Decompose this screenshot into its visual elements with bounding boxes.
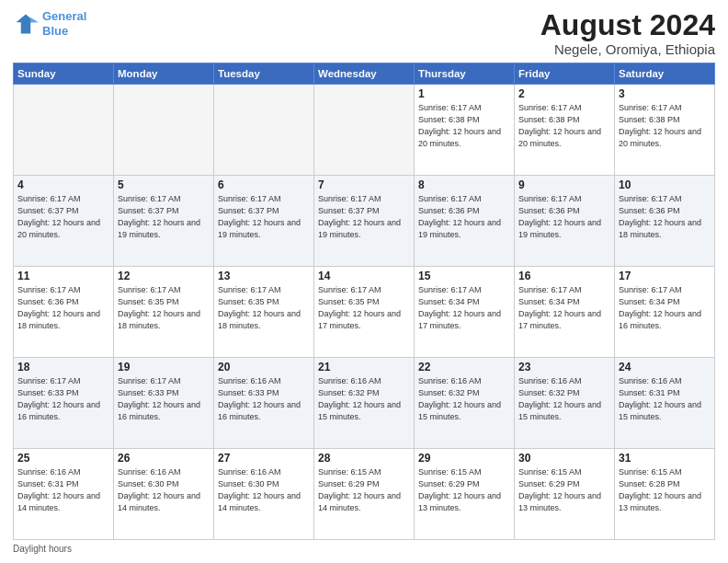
day-info: Sunrise: 6:17 AM Sunset: 6:38 PM Dayligh… [518, 102, 610, 150]
day-number: 22 [418, 361, 510, 373]
day-number: 14 [318, 270, 410, 282]
calendar-header-cell: Tuesday [214, 63, 314, 85]
calendar-cell: 28Sunrise: 6:15 AM Sunset: 6:29 PM Dayli… [314, 449, 415, 540]
day-number: 8 [418, 178, 510, 191]
day-info: Sunrise: 6:17 AM Sunset: 6:37 PM Dayligh… [318, 193, 410, 241]
calendar-row: 25Sunrise: 6:16 AM Sunset: 6:31 PM Dayli… [14, 449, 715, 540]
day-info: Sunrise: 6:16 AM Sunset: 6:32 PM Dayligh… [318, 375, 410, 423]
calendar-cell: 15Sunrise: 6:17 AM Sunset: 6:34 PM Dayli… [415, 267, 515, 358]
day-info: Sunrise: 6:15 AM Sunset: 6:29 PM Dayligh… [318, 466, 410, 514]
day-number: 6 [218, 178, 310, 191]
calendar-header-cell: Saturday [615, 63, 715, 85]
day-number: 4 [17, 178, 109, 191]
day-number: 18 [17, 361, 109, 373]
day-info: Sunrise: 6:17 AM Sunset: 6:37 PM Dayligh… [17, 193, 109, 241]
calendar-cell: 26Sunrise: 6:16 AM Sunset: 6:30 PM Dayli… [114, 449, 214, 540]
calendar-cell: 19Sunrise: 6:17 AM Sunset: 6:33 PM Dayli… [114, 358, 214, 449]
day-info: Sunrise: 6:17 AM Sunset: 6:37 PM Dayligh… [218, 193, 310, 241]
calendar-cell: 6Sunrise: 6:17 AM Sunset: 6:37 PM Daylig… [214, 176, 314, 267]
day-number: 13 [218, 270, 310, 282]
day-info: Sunrise: 6:17 AM Sunset: 6:38 PM Dayligh… [619, 102, 711, 150]
svg-marker-1 [30, 17, 39, 22]
day-info: Sunrise: 6:17 AM Sunset: 6:36 PM Dayligh… [518, 193, 610, 241]
day-number: 12 [118, 270, 210, 282]
day-number: 10 [619, 178, 711, 191]
top-section: General Blue August 2024 Negele, Oromiya… [13, 9, 715, 57]
calendar-cell [214, 85, 314, 176]
main-title: August 2024 [540, 9, 715, 41]
day-info: Sunrise: 6:16 AM Sunset: 6:32 PM Dayligh… [518, 375, 610, 423]
day-number: 24 [619, 361, 711, 373]
calendar-body: 1Sunrise: 6:17 AM Sunset: 6:38 PM Daylig… [14, 85, 715, 540]
calendar-cell: 25Sunrise: 6:16 AM Sunset: 6:31 PM Dayli… [14, 449, 114, 540]
calendar: SundayMondayTuesdayWednesdayThursdayFrid… [13, 63, 715, 540]
day-info: Sunrise: 6:16 AM Sunset: 6:32 PM Dayligh… [418, 375, 510, 423]
calendar-header-cell: Sunday [14, 63, 114, 85]
day-number: 16 [518, 270, 610, 282]
day-info: Sunrise: 6:17 AM Sunset: 6:36 PM Dayligh… [619, 193, 711, 241]
day-number: 31 [619, 452, 711, 465]
calendar-cell: 18Sunrise: 6:17 AM Sunset: 6:33 PM Dayli… [14, 358, 114, 449]
logo-line2: Blue [42, 24, 68, 38]
calendar-cell: 27Sunrise: 6:16 AM Sunset: 6:30 PM Dayli… [214, 449, 314, 540]
calendar-cell: 22Sunrise: 6:16 AM Sunset: 6:32 PM Dayli… [415, 358, 515, 449]
svg-marker-0 [17, 14, 36, 33]
calendar-cell: 31Sunrise: 6:15 AM Sunset: 6:28 PM Dayli… [615, 449, 715, 540]
calendar-cell: 8Sunrise: 6:17 AM Sunset: 6:36 PM Daylig… [415, 176, 515, 267]
calendar-cell: 1Sunrise: 6:17 AM Sunset: 6:38 PM Daylig… [415, 85, 515, 176]
day-info: Sunrise: 6:17 AM Sunset: 6:35 PM Dayligh… [318, 284, 410, 332]
calendar-header-cell: Wednesday [314, 63, 415, 85]
day-info: Sunrise: 6:17 AM Sunset: 6:33 PM Dayligh… [118, 375, 210, 423]
calendar-cell [314, 85, 415, 176]
calendar-header-cell: Thursday [415, 63, 515, 85]
calendar-row: 1Sunrise: 6:17 AM Sunset: 6:38 PM Daylig… [14, 85, 715, 176]
day-number: 23 [518, 361, 610, 373]
calendar-row: 4Sunrise: 6:17 AM Sunset: 6:37 PM Daylig… [14, 176, 715, 267]
day-info: Sunrise: 6:16 AM Sunset: 6:33 PM Dayligh… [218, 375, 310, 423]
day-number: 30 [518, 452, 610, 465]
day-number: 20 [218, 361, 310, 373]
calendar-cell: 12Sunrise: 6:17 AM Sunset: 6:35 PM Dayli… [114, 267, 214, 358]
day-info: Sunrise: 6:17 AM Sunset: 6:38 PM Dayligh… [418, 102, 510, 150]
calendar-cell: 20Sunrise: 6:16 AM Sunset: 6:33 PM Dayli… [214, 358, 314, 449]
day-info: Sunrise: 6:17 AM Sunset: 6:36 PM Dayligh… [418, 193, 510, 241]
calendar-cell: 7Sunrise: 6:17 AM Sunset: 6:37 PM Daylig… [314, 176, 415, 267]
calendar-cell: 17Sunrise: 6:17 AM Sunset: 6:34 PM Dayli… [615, 267, 715, 358]
calendar-cell: 3Sunrise: 6:17 AM Sunset: 6:38 PM Daylig… [615, 85, 715, 176]
day-number: 19 [118, 361, 210, 373]
day-number: 9 [518, 178, 610, 191]
day-info: Sunrise: 6:17 AM Sunset: 6:35 PM Dayligh… [118, 284, 210, 332]
calendar-cell: 4Sunrise: 6:17 AM Sunset: 6:37 PM Daylig… [14, 176, 114, 267]
calendar-cell: 5Sunrise: 6:17 AM Sunset: 6:37 PM Daylig… [114, 176, 214, 267]
page: General Blue August 2024 Negele, Oromiya… [0, 0, 728, 563]
calendar-cell: 9Sunrise: 6:17 AM Sunset: 6:36 PM Daylig… [515, 176, 615, 267]
day-info: Sunrise: 6:17 AM Sunset: 6:35 PM Dayligh… [218, 284, 310, 332]
calendar-header-cell: Friday [515, 63, 615, 85]
calendar-cell: 11Sunrise: 6:17 AM Sunset: 6:36 PM Dayli… [14, 267, 114, 358]
day-info: Sunrise: 6:17 AM Sunset: 6:34 PM Dayligh… [518, 284, 610, 332]
calendar-header-row: SundayMondayTuesdayWednesdayThursdayFrid… [14, 63, 715, 85]
day-info: Sunrise: 6:16 AM Sunset: 6:30 PM Dayligh… [118, 466, 210, 514]
day-number: 25 [17, 452, 109, 465]
day-info: Sunrise: 6:16 AM Sunset: 6:31 PM Dayligh… [17, 466, 109, 514]
logo-line1: General [42, 9, 86, 23]
calendar-cell: 21Sunrise: 6:16 AM Sunset: 6:32 PM Dayli… [314, 358, 415, 449]
day-info: Sunrise: 6:16 AM Sunset: 6:30 PM Dayligh… [218, 466, 310, 514]
logo-text: General Blue [42, 9, 86, 38]
calendar-cell: 24Sunrise: 6:16 AM Sunset: 6:31 PM Dayli… [615, 358, 715, 449]
calendar-cell: 10Sunrise: 6:17 AM Sunset: 6:36 PM Dayli… [615, 176, 715, 267]
day-info: Sunrise: 6:17 AM Sunset: 6:34 PM Dayligh… [418, 284, 510, 332]
calendar-cell: 29Sunrise: 6:15 AM Sunset: 6:29 PM Dayli… [415, 449, 515, 540]
title-section: August 2024 Negele, Oromiya, Ethiopia [540, 9, 715, 57]
day-info: Sunrise: 6:17 AM Sunset: 6:34 PM Dayligh… [619, 284, 711, 332]
day-number: 17 [619, 270, 711, 282]
calendar-cell [14, 85, 114, 176]
day-info: Sunrise: 6:16 AM Sunset: 6:31 PM Dayligh… [619, 375, 711, 423]
day-info: Sunrise: 6:15 AM Sunset: 6:29 PM Dayligh… [518, 466, 610, 514]
day-number: 3 [619, 87, 711, 100]
day-info: Sunrise: 6:17 AM Sunset: 6:36 PM Dayligh… [17, 284, 109, 332]
calendar-row: 11Sunrise: 6:17 AM Sunset: 6:36 PM Dayli… [14, 267, 715, 358]
subtitle: Negele, Oromiya, Ethiopia [540, 41, 715, 57]
day-number: 29 [418, 452, 510, 465]
calendar-cell: 16Sunrise: 6:17 AM Sunset: 6:34 PM Dayli… [515, 267, 615, 358]
